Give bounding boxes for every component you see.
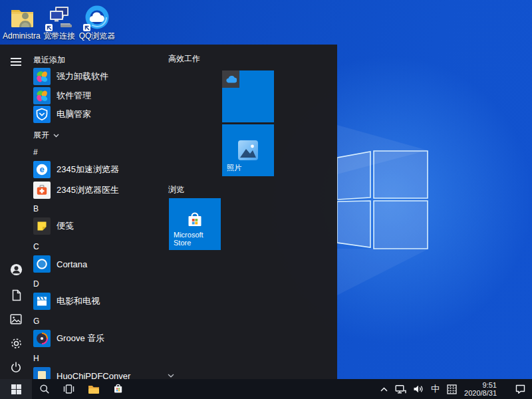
clock-date: 2020/8/31 (464, 389, 497, 397)
app-label: 2345加速浏览器 (57, 164, 119, 176)
section-letter[interactable]: D (33, 279, 39, 289)
documents-button[interactable] (0, 285, 32, 306)
app-item-qiangli-uninstall[interactable]: 强力卸载软件 (33, 68, 158, 85)
speaker-icon (413, 384, 424, 394)
tile-group-header[interactable]: 高效工作 (168, 53, 200, 65)
cortana-app-icon (33, 255, 51, 273)
tile-group-header[interactable]: 浏览 (168, 184, 184, 196)
store-taskbar-button[interactable] (106, 379, 130, 399)
tile-label: Microsoft Store (174, 231, 221, 247)
gear-icon (10, 337, 23, 350)
app-item-movies-tv[interactable]: 电影和电视 (33, 293, 158, 310)
movies-tv-app-icon (33, 293, 51, 310)
app-item-sticky-notes[interactable]: 便笺 (33, 217, 158, 235)
hidden-icons-button[interactable] (376, 379, 392, 399)
broadband-connection-icon (40, 3, 78, 31)
start-menu: 最近添加 强力卸载软件 软件管理 (0, 45, 337, 379)
network-icon (395, 384, 406, 394)
store-bag-icon (112, 384, 124, 395)
app-label: 电脑管家 (57, 108, 91, 120)
power-button[interactable] (0, 356, 32, 378)
app-item-software-manager[interactable]: 软件管理 (33, 87, 158, 104)
app-label: 便笺 (57, 220, 74, 232)
desktop-icon-label: Administra... (3, 32, 41, 41)
file-explorer-button[interactable] (81, 379, 106, 399)
pinwheel-app-icon (33, 87, 51, 104)
app-label: Cortana (57, 259, 87, 269)
task-view-button[interactable] (57, 379, 81, 399)
pictures-icon (10, 314, 22, 325)
app-label: 软件管理 (57, 90, 91, 102)
network-button[interactable] (392, 379, 410, 399)
onedrive-cloud-icon (225, 76, 237, 83)
shortcut-arrow-icon (83, 24, 90, 31)
ime-language-indicator[interactable]: 中 (427, 379, 444, 399)
menu-hamburger-button[interactable] (0, 51, 32, 72)
pictures-button[interactable] (0, 309, 32, 330)
user-icon (10, 263, 23, 276)
svg-text:e: e (39, 164, 44, 174)
desktop-icon-broadband[interactable]: 宽带连接 (40, 3, 78, 41)
user-account-button[interactable] (0, 259, 32, 280)
volume-button[interactable] (410, 379, 427, 399)
user-folder-icon (3, 3, 41, 31)
action-center-icon (515, 384, 526, 394)
desktop-icon-label: QQ浏览器 (78, 32, 116, 41)
task-view-icon (63, 384, 74, 394)
chevron-up-icon (380, 386, 388, 392)
desktop-icon-label: 宽带连接 (40, 32, 78, 41)
file-explorer-icon (88, 384, 100, 394)
browser-e-app-icon: e (33, 161, 51, 178)
tile-microsoft-store[interactable]: Microsoft Store (169, 198, 221, 250)
windows-logo-icon (11, 384, 21, 394)
first-aid-app-icon (33, 182, 51, 199)
app-item-cortana[interactable]: Cortana (33, 255, 158, 273)
shield-app-icon (33, 106, 51, 123)
power-icon (10, 361, 22, 373)
ime-grid-icon (447, 384, 457, 394)
shortcut-arrow-icon (45, 24, 53, 31)
groove-music-app-icon (33, 330, 51, 347)
app-label: 电影和电视 (57, 295, 100, 307)
start-button[interactable] (0, 379, 32, 399)
tile-label: 照片 (227, 163, 241, 173)
tile-photos[interactable]: 照片 (222, 124, 274, 176)
section-letter[interactable]: H (33, 354, 39, 363)
start-menu-app-list: 最近添加 强力卸载软件 软件管理 (32, 45, 168, 379)
action-center-button[interactable] (509, 379, 532, 399)
app-item-2345-doctor[interactable]: 2345浏览器医生 (33, 182, 158, 199)
store-bag-icon (184, 211, 205, 231)
app-item-groove-music[interactable]: Groove 音乐 (33, 330, 158, 347)
expand-button[interactable]: 展开 (33, 130, 59, 141)
hamburger-icon (11, 56, 21, 68)
expand-label: 展开 (33, 130, 49, 141)
document-icon (11, 289, 22, 301)
app-label: Groove 音乐 (57, 332, 104, 344)
settings-button[interactable] (0, 332, 32, 354)
tile-onedrive[interactable] (222, 70, 239, 88)
start-menu-rail (0, 45, 32, 379)
app-label: 强力卸载软件 (57, 70, 108, 82)
pinwheel-app-icon (33, 68, 51, 85)
sticky-note-app-icon (33, 217, 51, 235)
search-button[interactable] (32, 379, 57, 399)
taskbar: 中 9:51 2020/8/31 (0, 379, 532, 399)
section-letter[interactable]: # (33, 148, 38, 157)
app-item-2345-browser[interactable]: e 2345加速浏览器 (33, 161, 158, 178)
app-label: 2345浏览器医生 (57, 184, 119, 196)
chevron-down-icon (53, 134, 59, 138)
start-menu-tiles: 高效工作 照片 浏览 (168, 45, 337, 379)
recently-added-header: 最近添加 (33, 55, 65, 66)
section-letter[interactable]: C (33, 242, 39, 251)
ime-mode-button[interactable] (444, 379, 460, 399)
desktop-icon-administrator[interactable]: Administra... (3, 3, 41, 41)
desktop-icon-qq-browser[interactable]: QQ浏览器 (78, 3, 116, 41)
app-item-pc-manager[interactable]: 电脑管家 (33, 106, 158, 123)
taskbar-clock[interactable]: 9:51 2020/8/31 (460, 381, 501, 397)
system-tray: 中 9:51 2020/8/31 (376, 379, 532, 399)
section-letter[interactable]: B (33, 204, 39, 213)
search-icon (39, 384, 50, 394)
section-letter[interactable]: G (33, 317, 39, 326)
qq-browser-icon (78, 3, 116, 31)
photos-icon (237, 140, 259, 161)
